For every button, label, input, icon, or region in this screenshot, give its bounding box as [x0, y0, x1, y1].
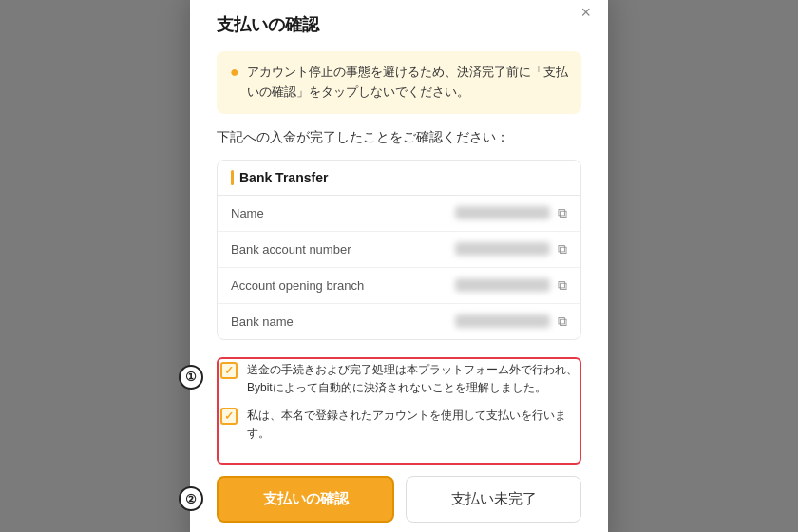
bank-row-account-label: Bank account number — [231, 242, 383, 256]
blurred-branch — [455, 278, 550, 292]
confirm-payment-button[interactable]: 支払いの確認 — [217, 476, 394, 522]
checkbox-text-2: 私は、本名で登録されたアカウントを使用して支払いを行います。 — [247, 407, 578, 443]
checkbox-section: ✓ 送金の手続きおよび完了処理は本プラットフォーム外で行われ、Bybitによって… — [220, 361, 578, 444]
bank-row-account: Bank account number ⧉ — [218, 232, 580, 268]
copy-branch-icon[interactable]: ⧉ — [558, 277, 567, 294]
overlay: × 支払いの確認 ● アカウント停止の事態を避けるため、決済完了前に「支払いの確… — [0, 0, 798, 532]
blurred-name — [455, 206, 550, 219]
bank-row-bankname-value: ⧉ — [383, 314, 567, 330]
bank-row-branch: Account opening branch ⧉ — [218, 268, 580, 304]
bank-row-bankname-label: Bank name — [231, 314, 383, 329]
cancel-payment-button[interactable]: 支払い未完了 — [406, 476, 581, 522]
bank-row-account-value: ⧉ — [383, 241, 567, 257]
check-icon-1: ✓ — [224, 364, 234, 377]
step1-circle: ① — [179, 365, 203, 390]
blurred-bankname — [455, 314, 550, 328]
confirm-instruction: 下記への入金が完了したことをご確認ください： — [217, 129, 581, 146]
copy-bankname-icon[interactable]: ⧉ — [558, 314, 567, 330]
checkbox-row-1: ✓ 送金の手続きおよび完了処理は本プラットフォーム外で行われ、Bybitによって… — [220, 361, 578, 397]
bank-transfer-box: Bank Transfer Name ⧉ Bank account number… — [217, 160, 581, 340]
checkboxes-highlight: ✓ 送金の手続きおよび完了処理は本プラットフォーム外で行われ、Bybitによって… — [217, 357, 581, 465]
bank-transfer-header: Bank Transfer — [218, 161, 580, 196]
close-button[interactable]: × — [580, 4, 591, 21]
bank-row-name: Name ⧉ — [218, 196, 580, 232]
step2-circle: ② — [179, 486, 203, 511]
checkbox-text-1: 送金の手続きおよび完了処理は本プラットフォーム外で行われ、Bybitによって自動… — [247, 361, 578, 397]
checkbox-2[interactable]: ✓ — [220, 408, 238, 425]
button-row: 支払いの確認 支払い未完了 — [217, 476, 581, 522]
check-icon-2: ✓ — [224, 409, 234, 423]
bank-row-name-label: Name — [231, 206, 383, 220]
bank-row-branch-label: Account opening branch — [231, 278, 383, 293]
bank-row-bankname: Bank name ⧉ — [218, 304, 580, 339]
modal-dialog: × 支払いの確認 ● アカウント停止の事態を避けるため、決済完了前に「支払いの確… — [190, 0, 608, 532]
warning-icon: ● — [230, 64, 239, 81]
blurred-account — [455, 242, 550, 256]
checkbox-1[interactable]: ✓ — [220, 362, 238, 379]
warning-box: ● アカウント停止の事態を避けるため、決済完了前に「支払いの確認」をタップしない… — [217, 51, 581, 114]
copy-name-icon[interactable]: ⧉ — [558, 205, 567, 221]
copy-account-icon[interactable]: ⧉ — [558, 241, 567, 257]
modal-title: 支払いの確認 — [217, 13, 581, 36]
bank-row-name-value: ⧉ — [383, 205, 567, 221]
bank-row-branch-value: ⧉ — [383, 277, 567, 294]
checkbox-row-2: ✓ 私は、本名で登録されたアカウントを使用して支払いを行います。 — [220, 407, 578, 443]
warning-text: アカウント停止の事態を避けるため、決済完了前に「支払いの確認」をタップしないでく… — [247, 63, 568, 103]
